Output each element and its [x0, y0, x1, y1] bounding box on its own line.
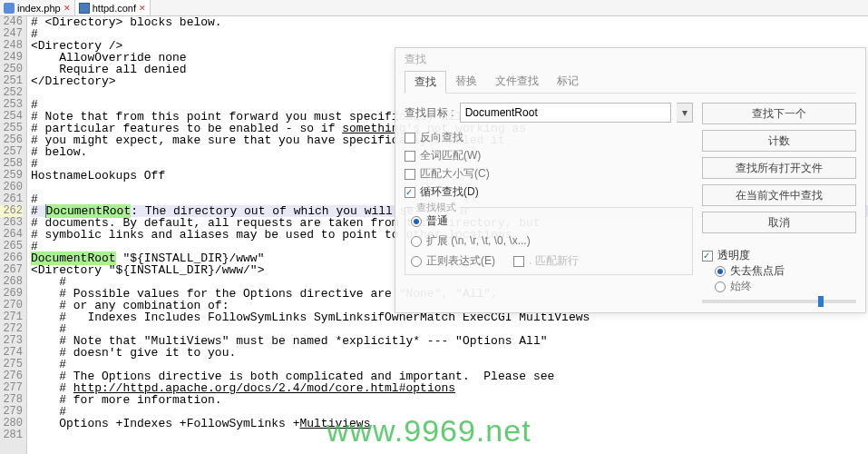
- tab-index-php[interactable]: index.php ✕: [0, 0, 75, 15]
- close-icon[interactable]: ✕: [63, 5, 71, 12]
- tab-label: index.php: [17, 3, 61, 14]
- radio-always[interactable]: [715, 281, 726, 292]
- tab-httpd-conf[interactable]: httpd.conf ✕: [75, 0, 151, 15]
- checkbox-label: 反向查找: [420, 130, 463, 145]
- radio-label: 失去焦点后: [730, 263, 785, 279]
- find-tab-replace[interactable]: 替换: [446, 71, 486, 93]
- checkbox-dot-newline: [513, 256, 524, 267]
- transparency-slider[interactable]: [702, 300, 856, 303]
- checkbox-label: 匹配大小写(C): [420, 166, 490, 182]
- find-target-input[interactable]: [460, 103, 671, 123]
- dropdown-icon[interactable]: ▾: [677, 103, 693, 123]
- find-dialog-tabs: 查找 替换 文件查找 标记: [405, 71, 856, 94]
- code-line[interactable]: # doesn't give it to you.: [31, 347, 868, 359]
- find-next-button[interactable]: 查找下一个: [702, 103, 856, 124]
- checkbox-label: 循环查找(D): [420, 184, 479, 200]
- find-all-open-button[interactable]: 查找所有打开文件: [702, 157, 856, 179]
- find-tab-files[interactable]: 文件查找: [486, 71, 548, 93]
- checkbox-transparency[interactable]: [702, 251, 713, 262]
- find-target-label: 查找目标 :: [405, 105, 454, 121]
- code-line[interactable]: # <Directory> blocks below.: [31, 16, 868, 28]
- radio-label: 始终: [730, 279, 752, 294]
- tab-label: httpd.conf: [93, 3, 136, 14]
- file-icon: [4, 3, 15, 14]
- find-dialog-title: 查找: [405, 52, 856, 67]
- search-mode-title: 查找模式: [413, 201, 460, 214]
- checkbox-match-case[interactable]: [405, 169, 415, 180]
- checkbox-whole-word[interactable]: [405, 151, 415, 162]
- find-tab-mark[interactable]: 标记: [548, 71, 588, 93]
- cancel-button[interactable]: 取消: [702, 212, 856, 233]
- close-icon[interactable]: ✕: [139, 5, 146, 12]
- radio-label: 扩展 (\n, \r, \t, \0, \x...): [426, 233, 531, 249]
- find-all-current-button[interactable]: 在当前文件中查找: [702, 184, 856, 206]
- find-tab-find[interactable]: 查找: [405, 71, 446, 94]
- checkbox-reverse[interactable]: [405, 133, 415, 143]
- find-dialog: 查找 查找 替换 文件查找 标记 查找目标 : ▾ 反向查找 全词匹配(W) 匹…: [395, 47, 866, 313]
- checkbox-wrap[interactable]: [405, 187, 415, 198]
- radio-label: 普通: [426, 213, 448, 229]
- tab-bar: index.php ✕ httpd.conf ✕: [0, 0, 868, 16]
- slider-thumb[interactable]: [818, 296, 824, 307]
- line-number-gutter: 2462472482492502512522532542552562572582…: [0, 16, 27, 454]
- count-button[interactable]: 计数: [702, 130, 856, 152]
- checkbox-label: . 匹配新行: [529, 253, 579, 269]
- line-number: 281: [0, 429, 23, 441]
- radio-label: 正则表达式(E): [426, 253, 495, 269]
- search-mode-group: 查找模式 普通 扩展 (\n, \r, \t, \0, \x...) 正则表达式…: [405, 207, 693, 275]
- radio-regex[interactable]: [411, 256, 422, 267]
- code-line[interactable]: #: [31, 28, 868, 40]
- file-icon: [79, 3, 90, 14]
- code-line[interactable]: # for more information.: [31, 394, 868, 406]
- checkbox-label: 透明度: [717, 248, 750, 263]
- watermark-text: www.9969.net: [327, 413, 532, 449]
- checkbox-label: 全词匹配(W): [420, 148, 481, 163]
- radio-on-blur[interactable]: [715, 266, 726, 277]
- radio-extended[interactable]: [411, 236, 422, 247]
- radio-normal[interactable]: [411, 216, 422, 227]
